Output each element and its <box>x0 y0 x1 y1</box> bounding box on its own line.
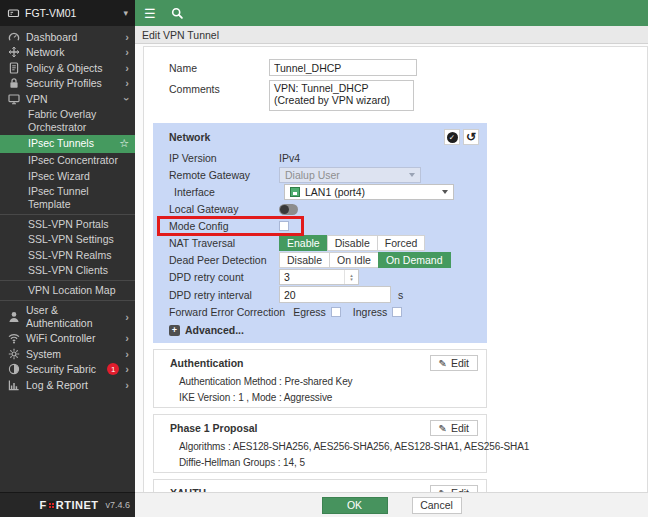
name-input[interactable] <box>269 59 417 76</box>
phase1-proposal-title: Phase 1 Proposal <box>170 422 258 434</box>
chevron-right-icon: › <box>125 32 129 42</box>
sidebar-item-security-profiles[interactable]: Security Profiles› <box>0 76 135 92</box>
sidebar-menu: Dashboard›Network›Policy & Objects›Secur… <box>0 26 135 492</box>
network-section: Network ✓ ↺ IP Version IPv4 Re <box>153 123 487 343</box>
confirm-section-button[interactable]: ✓ <box>444 129 460 145</box>
sidebar-item-policy-objects[interactable]: Policy & Objects› <box>0 60 135 76</box>
favorite-star-icon[interactable]: ☆ <box>119 137 129 150</box>
comments-label: Comments <box>169 80 269 95</box>
egress-label: Egress <box>293 306 326 318</box>
sidebar-item-label: Security Profiles <box>26 77 119 90</box>
firmware-version: v7.4.6 <box>105 500 130 510</box>
sidebar-item-dashboard[interactable]: Dashboard› <box>0 29 135 45</box>
dpd-retry-interval-input[interactable] <box>279 286 391 303</box>
sidebar-item-label: User & Authentication <box>26 304 119 329</box>
remote-gateway-row: Remote Gateway Dialup User <box>169 167 479 183</box>
comments-input[interactable]: VPN: Tunnel_DHCP (Created by VPN wizard) <box>269 80 414 111</box>
authentication-edit-button[interactable]: ✎ Edit <box>430 355 478 371</box>
sidebar-item-label: WiFi Controller <box>26 332 119 345</box>
dpd-retry-count-input[interactable] <box>280 270 344 284</box>
undo-icon: ↺ <box>466 131 476 143</box>
sidebar-item-label: System <box>26 348 119 361</box>
sidebar-item-ssl-vpn-realms[interactable]: SSL-VPN Realms <box>0 247 135 263</box>
mode-config-checkbox[interactable] <box>279 221 289 231</box>
nat-traversal-enable-button[interactable]: Enable <box>279 235 328 251</box>
device-selector[interactable]: FGT-VM01 ▾ <box>0 0 135 26</box>
sidebar-item-vpn[interactable]: VPN› <box>0 91 135 107</box>
phase1-proposal-section: Phase 1 Proposal ✎ Edit Algorithms : AES… <box>153 414 487 473</box>
egress-checkbox[interactable] <box>331 307 341 317</box>
form-footer: OK Cancel <box>135 492 648 517</box>
sidebar-item-ssl-vpn-settings[interactable]: SSL-VPN Settings <box>0 232 135 248</box>
chevron-right-icon: › <box>125 312 129 322</box>
remote-gateway-select: Dialup User <box>279 167 421 183</box>
dpd-retry-interval-label: DPD retry interval <box>169 289 279 301</box>
sidebar-item-vpn-location-map[interactable]: VPN Location Map <box>0 280 135 298</box>
chevron-right-icon: › <box>125 47 129 57</box>
gear-icon <box>8 348 20 360</box>
chevron-right-icon: › <box>125 380 129 390</box>
stepper-arrows-icon[interactable]: ▴▾ <box>344 270 358 284</box>
advanced-expander[interactable]: + Advanced... <box>169 324 479 336</box>
local-gateway-toggle[interactable] <box>279 204 298 215</box>
sidebar-item-ipsec-tunnels[interactable]: IPsec Tunnels☆ <box>0 135 135 153</box>
monitor-icon <box>8 93 20 105</box>
dead-peer-detection-row: Dead Peer Detection Disable On Idle On D… <box>169 252 479 268</box>
dpd-on-idle-button[interactable]: On Idle <box>329 252 379 268</box>
sidebar-item-ssl-vpn-clients[interactable]: SSL-VPN Clients <box>0 263 135 279</box>
dpd-retry-count-row: DPD retry count ▴▾ <box>169 269 479 285</box>
search-icon[interactable] <box>171 7 184 20</box>
chevron-down-icon: ▾ <box>123 8 128 18</box>
hamburger-menu-icon[interactable]: ☰ <box>144 7 156 20</box>
forward-error-correction-row: Forward Error Correction Egress Ingress <box>169 304 479 320</box>
page-body: Name Comments VPN: Tunnel_DHCP (Created … <box>135 44 648 517</box>
sidebar-item-label: IPsec Wizard <box>28 170 129 183</box>
mode-config-row: Mode Config <box>169 218 479 234</box>
sidebar-item-log-report[interactable]: Log & Report› <box>0 377 135 393</box>
sidebar-item-wifi-controller[interactable]: WiFi Controller› <box>0 331 135 347</box>
dpd-on-demand-button[interactable]: On Demand <box>378 252 451 268</box>
dpd-segmented-control: Disable On Idle On Demand <box>279 252 451 268</box>
nat-traversal-disable-button[interactable]: Disable <box>327 235 378 251</box>
chevron-right-icon: › <box>125 349 129 359</box>
dpd-retry-count-stepper: ▴▾ <box>279 269 359 285</box>
ingress-checkbox[interactable] <box>392 307 402 317</box>
breadcrumb: Edit VPN Tunnel <box>135 26 648 44</box>
wifi-icon <box>8 332 20 344</box>
sidebar-item-network[interactable]: Network› <box>0 45 135 61</box>
ip-version-label: IP Version <box>169 152 279 164</box>
name-label: Name <box>169 59 269 74</box>
sidebar-item-ipsec-tunnel-template[interactable]: IPsec Tunnel Template <box>0 184 135 212</box>
advanced-label: Advanced... <box>185 324 244 336</box>
sidebar-item-system[interactable]: System› <box>0 346 135 362</box>
sidebar-item-security-fabric[interactable]: Security Fabric1› <box>0 362 135 378</box>
revert-section-button[interactable]: ↺ <box>463 129 479 145</box>
sidebar-item-ssl-vpn-portals[interactable]: SSL-VPN Portals <box>0 214 135 232</box>
page-title: Edit VPN Tunnel <box>142 29 219 41</box>
dpd-disable-button[interactable]: Disable <box>279 252 330 268</box>
sidebar-item-ipsec-wizard[interactable]: IPsec Wizard <box>0 168 135 184</box>
interface-select[interactable]: LAN1 (port4) <box>284 184 454 200</box>
lock-icon <box>8 77 20 89</box>
sidebar-item-ipsec-concentrator[interactable]: IPsec Concentrator <box>0 153 135 169</box>
nat-traversal-row: NAT Traversal Enable Disable Forced <box>169 235 479 251</box>
fortinet-logo-o <box>47 501 55 509</box>
local-gateway-label: Local Gateway <box>169 203 279 215</box>
cancel-button[interactable]: Cancel <box>412 497 462 514</box>
local-gateway-row: Local Gateway <box>169 201 479 217</box>
sidebar-item-label: SSL-VPN Realms <box>28 249 129 262</box>
network-section-title: Network <box>169 131 210 143</box>
ip-version-row: IP Version IPv4 <box>169 150 479 166</box>
sidebar-item-fabric-overlay-orchestrator[interactable]: Fabric Overlay Orchestrator <box>0 107 135 135</box>
network-icon <box>8 46 20 58</box>
dead-peer-detection-label: Dead Peer Detection <box>169 254 279 266</box>
sidebar-item-user-authentication[interactable]: User & Authentication› <box>0 300 135 331</box>
sidebar-item-label: IPsec Tunnel Template <box>28 185 129 210</box>
nat-traversal-forced-button[interactable]: Forced <box>377 235 426 251</box>
sidebar-item-label: Log & Report <box>26 379 119 392</box>
seconds-unit-label: s <box>398 289 403 301</box>
ok-button[interactable]: OK <box>322 497 388 514</box>
sidebar-item-label: SSL-VPN Settings <box>28 233 129 246</box>
phase1-edit-button[interactable]: ✎ Edit <box>430 420 478 436</box>
check-circle-icon: ✓ <box>447 132 458 143</box>
